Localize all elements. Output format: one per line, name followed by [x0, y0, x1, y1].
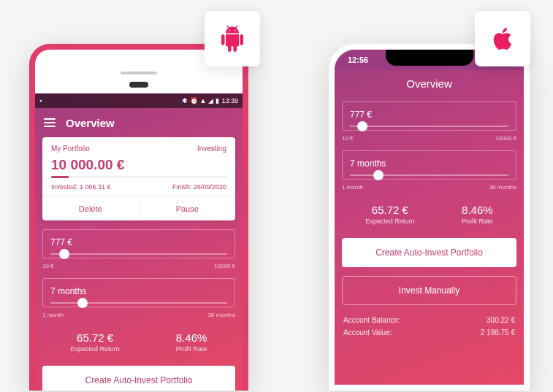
profit-rate-label: Profit Rate — [462, 218, 493, 225]
android-badge — [205, 11, 260, 66]
app-indicator-icon: ▪ — [39, 97, 42, 104]
create-portfolio-button[interactable]: Create Auto-Invest Portfolio — [342, 238, 516, 267]
profit-rate-value: 8.46% — [176, 331, 207, 344]
invested-label: Invested: 1 006.31 € — [51, 183, 111, 191]
signal-icon: ◢ — [208, 97, 213, 104]
amount-value: 777 € — [50, 237, 227, 247]
months-slider[interactable]: 7 months — [342, 150, 516, 180]
portfolio-name: My Portfolio — [51, 145, 90, 153]
account-balance-value: 300.22 € — [487, 316, 515, 324]
iphone-screen: 12:56 ●●● ⌃ Overview 777 € 10 € 10000 € — [335, 50, 524, 385]
notch-icon — [386, 50, 473, 66]
battery-icon: ▮ — [216, 97, 219, 104]
statusbar-time: 12:56 — [348, 55, 368, 64]
invest-manually-button[interactable]: Invest Manually — [342, 276, 516, 305]
amount-slider[interactable]: 777 € — [342, 101, 516, 131]
expected-return-value: 65.72 € — [365, 204, 414, 216]
profit-rate-value: 8.46% — [462, 204, 493, 216]
earpiece-icon — [129, 82, 148, 88]
amount-max: 10000 € — [214, 263, 235, 269]
wifi-icon: ▲ — [200, 97, 207, 104]
progress-bar — [51, 176, 226, 178]
amount-max: 10000 € — [495, 135, 516, 142]
statusbar-time: 13:39 — [221, 97, 238, 104]
portfolio-amount: 10 000.00 € — [51, 157, 226, 173]
amount-min: 10 € — [42, 263, 54, 269]
speaker-icon — [121, 72, 157, 74]
page-title: Overview — [335, 70, 524, 101]
delete-button[interactable]: Delete — [42, 197, 140, 220]
apple-badge — [475, 11, 530, 66]
expected-return-label: Expected Return — [71, 345, 120, 353]
account-balance-label: Account Balance: — [343, 316, 400, 324]
bluetooth-icon: ✱ — [182, 97, 188, 104]
profit-rate-label: Profit Rate — [176, 345, 207, 353]
iphone: 12:56 ●●● ⌃ Overview 777 € 10 € 10000 € — [329, 44, 530, 391]
android-statusbar: ▪ ✱ ⏰ ▲ ◢ ▮ 13:39 — [35, 93, 243, 108]
android-phone: ▪ ✱ ⏰ ▲ ◢ ▮ 13:39 Overview My Portfolio — [29, 44, 248, 391]
create-portfolio-button[interactable]: Create Auto-Invest Portfolio — [42, 366, 235, 391]
expected-return-label: Expected Return — [365, 218, 414, 225]
months-max: 36 months — [489, 184, 516, 191]
slider-thumb-icon[interactable] — [373, 170, 384, 180]
slider-thumb-icon[interactable] — [357, 121, 367, 131]
pause-button[interactable]: Pause — [140, 197, 236, 220]
portfolio-status: Investing — [197, 145, 226, 153]
android-screen: ▪ ✱ ⏰ ▲ ◢ ▮ 13:39 Overview My Portfolio — [35, 93, 243, 391]
slider-thumb-icon[interactable] — [77, 298, 88, 308]
months-value: 7 months — [50, 286, 227, 296]
menu-icon[interactable] — [44, 118, 56, 127]
expected-return-value: 65.72 € — [71, 331, 120, 344]
page-title: Overview — [66, 117, 115, 129]
appbar: Overview — [35, 108, 243, 137]
stats-row: 65.72 € Expected Return 8.46% Profit Rat… — [42, 327, 235, 357]
amount-slider[interactable]: 777 € — [42, 229, 235, 258]
alarm-icon: ⏰ — [190, 97, 198, 104]
months-slider[interactable]: 7 months — [42, 278, 235, 307]
amount-min: 10 € — [342, 135, 354, 142]
amount-value: 777 € — [350, 109, 508, 120]
portfolio-card: My Portfolio Investing 10 000.00 € Inves… — [42, 137, 235, 220]
months-max: 36 months — [208, 312, 235, 318]
finish-label: Finish: 26/09/2020 — [172, 183, 226, 191]
months-min: 1 month — [342, 184, 363, 191]
slider-thumb-icon[interactable] — [59, 249, 69, 259]
stats-row: 65.72 € Expected Return 8.46% Profit Rat… — [342, 199, 516, 229]
months-value: 7 months — [350, 158, 508, 169]
account-value-value: 2 198.75 € — [481, 328, 515, 337]
android-icon — [219, 26, 245, 52]
account-value-label: Account Value: — [343, 328, 392, 337]
apple-icon — [489, 26, 516, 52]
months-min: 1 month — [42, 312, 64, 318]
